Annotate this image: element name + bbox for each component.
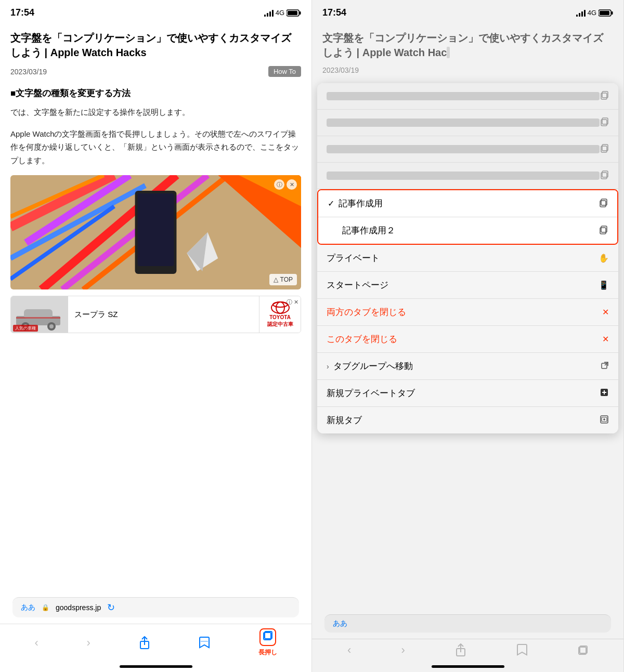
article-date-left: 2023/03/19 [10,68,47,76]
right-phone: 17:54 4G 文字盤を「コンプリケーション」で使いやすくカスタマイズしよう … [312,0,624,672]
toyota-ad[interactable]: 人気の車種 スープラ SZ TOYOTA 認定中古車 ⓘ ✕ [10,296,301,333]
menu-item-close-both-label: 両方のタブを閉じる [327,306,602,318]
svg-point-24 [49,324,54,328]
menu-item-blurred-4[interactable] [317,163,618,189]
external-icon [601,361,609,372]
home-indicator-left [120,665,192,668]
copy-icon-b2 [600,117,609,128]
ad2-close-btn[interactable]: ⓘ ✕ [287,298,298,306]
hand-icon: ✋ [599,253,609,263]
article-body1-left: では、文字盤を新たに設定する操作を説明します。 [10,106,301,119]
left-phone: 17:54 4G 文字盤を「コンプリケーション」で使いやすくカスタマイズしよう … [0,0,312,672]
article-title-left: 文字盤を「コンプリケーション」で使いやすくカスタマイズしよう | Apple W… [10,31,301,60]
menu-item-blurred-2[interactable] [317,110,618,136]
top-button[interactable]: △ TOP [269,274,297,285]
menu-item-new-private-label: 新規プライベートタブ [327,387,600,399]
toyota-text: TOYOTA 認定中古車 [267,314,293,327]
menu-item-startpage[interactable]: スタートページ 📱 [317,272,618,299]
address-bar-wrapper-left: ああ 🔒 goodspress.jp ↻ [0,597,311,624]
reload-button-left[interactable]: ↻ [107,602,115,613]
menu-item-kiji2[interactable]: 記事作成用２ [318,217,617,244]
aa-button-left[interactable]: ああ [21,603,35,612]
svg-rect-2 [288,11,297,15]
menu-item-close-both[interactable]: 両方のタブを閉じる ✕ [317,299,618,326]
ad-label: 人気の車種 [13,325,38,332]
plus-private-icon [600,388,609,399]
share-btn-left[interactable] [139,636,150,650]
bookmarks-icon [199,636,210,650]
menu-item-startpage-label: スタートページ [327,279,599,291]
copy-icon-b4 [600,170,609,181]
tabs-icon [263,630,273,641]
ad-graphic [10,175,301,289]
menu-item-new-tab-label: 新規タブ [327,414,600,426]
menu-item-private[interactable]: プライベート ✋ [317,245,618,272]
svg-rect-25 [16,317,60,319]
x-icon-1: ✕ [602,307,609,317]
section-title-left: ■文字盤の種類を変更する方法 [10,87,301,99]
status-time-left: 17:54 [10,7,34,18]
back-btn-left[interactable]: ‹ [34,636,38,650]
svg-rect-15 [138,193,174,266]
copy-icon-b3 [600,143,609,155]
menu-item-private-label: プライベート [327,252,599,264]
tabs-highlight-border [259,628,276,646]
menu-item-blurred-1[interactable] [317,83,618,110]
menu-item-blurred-3[interactable] [317,136,618,163]
highlighted-menu-group: ✓ 記事作成用 記事作成用２ [317,189,618,245]
menu-item-kiji1[interactable]: ✓ 記事作成用 [318,190,617,217]
menu-item-move-group-label: タブグループへ移動 [333,360,601,372]
x-icon-2: ✕ [602,334,609,344]
car-name: スープラ SZ [68,306,259,324]
arrow-icon: › [327,362,329,371]
ad-banner-left[interactable]: ⓘ ✕ △ TOP [10,175,301,289]
share-icon [139,636,150,650]
empty-check [328,226,338,236]
lock-icon-left: 🔒 [42,604,49,611]
battery-icon-left [287,9,301,17]
menu-item-move-group[interactable]: › タブグループへ移動 [317,353,618,380]
nagaoshi-label: 長押し [258,648,277,657]
menu-item-new-private[interactable]: 新規プライベートタブ [317,380,618,407]
article-meta-left: 2023/03/19 How To [10,66,301,77]
copy-icon-2 [599,225,608,236]
content-left: 文字盤を「コンプリケーション」で使いやすくカスタマイズしよう | Apple W… [0,22,311,597]
domain-text-left: goodspress.jp [56,603,101,612]
bottom-nav-left: ‹ › 長押し [0,624,311,663]
forward-btn-left[interactable]: › [87,636,90,650]
carrier-text-left: 4G [276,9,284,17]
menu-item-kiji2-label: 記事作成用２ [342,225,599,236]
address-bar-left[interactable]: ああ 🔒 goodspress.jp ↻ [12,597,299,617]
tabs-btn-left[interactable]: 長押し [258,628,277,657]
ad-top-icons[interactable]: ⓘ ✕ [274,179,297,190]
menu-item-close-this-label: このタブを閉じる [327,333,602,345]
status-bar-left: 17:54 4G [0,0,311,22]
tab-group-popup-menu: ✓ 記事作成用 記事作成用２ プライベート ✋ スタートページ � [317,83,618,433]
how-to-badge: How To [268,66,301,77]
car-image: 人気の車種 [11,296,68,333]
copy-icon-b1 [600,90,609,102]
menu-item-close-this[interactable]: このタブを閉じる ✕ [317,326,618,353]
phone-icon: 📱 [599,280,609,290]
checkmark-icon: ✓ [328,199,334,208]
menu-item-kiji1-label: 記事作成用 [339,197,599,209]
svg-point-28 [273,302,288,307]
plus-tab-icon [600,415,609,426]
svg-line-49 [605,362,608,365]
ad-info-btn[interactable]: ⓘ [274,179,284,190]
svg-rect-1 [300,11,301,15]
menu-item-new-tab[interactable]: 新規タブ [317,407,618,433]
bookmarks-btn-left[interactable] [199,636,210,650]
signal-icon [264,9,274,17]
status-icons-left: 4G [264,9,301,17]
copy-icon-1 [599,198,608,209]
ad-close-btn[interactable]: ✕ [287,179,297,190]
article-body2-left: Apple Watchの文字盤画面を指で長押ししましょう。その状態で左へのスワイ… [10,127,301,167]
